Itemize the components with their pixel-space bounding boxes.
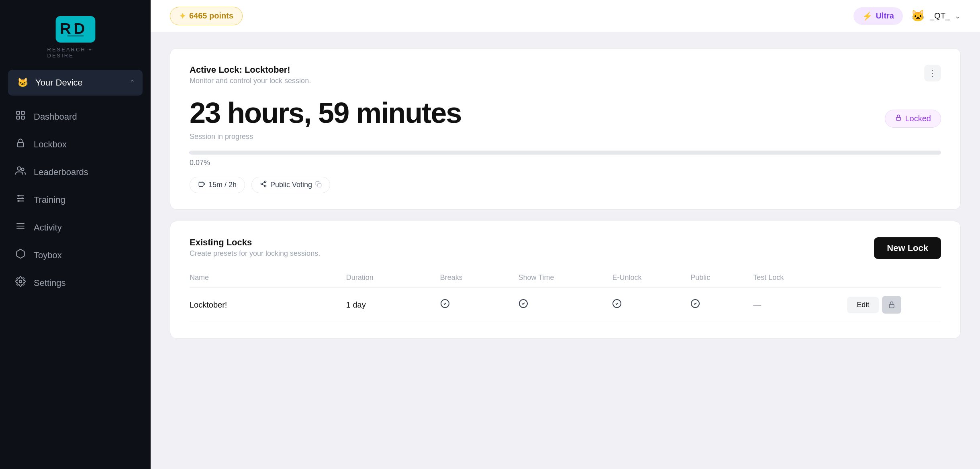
sidebar-item-toybox[interactable]: Toybox: [6, 242, 144, 268]
locked-label: Locked: [905, 114, 931, 123]
activity-icon: [14, 221, 27, 234]
existing-locks-header: Existing Locks Create presets for your l…: [190, 237, 941, 259]
active-lock-info: Active Lock: Locktober! Monitor and cont…: [190, 65, 311, 85]
hygiene-tag: 15m / 2h: [190, 177, 245, 193]
col-public: Public: [690, 273, 753, 282]
row-name: Locktober!: [190, 300, 346, 310]
progress-bar-fill: [190, 151, 190, 155]
main-content: ✦ 6465 points ⚡ Ultra 🐱 _QT_ ⌄ Active Lo…: [151, 0, 980, 469]
col-show-time: Show Time: [519, 273, 612, 282]
sidebar-logo: R D + RESEARCH + DESIRE: [0, 0, 151, 70]
svg-text:R: R: [60, 20, 71, 37]
settings-icon: [14, 276, 27, 290]
locks-table: Name Duration Breaks Show Time E-Unlock …: [190, 273, 941, 322]
existing-locks-title: Existing Locks: [190, 237, 320, 248]
points-badge: ✦ 6465 points: [170, 7, 243, 25]
sidebar-item-leaderboards[interactable]: Leaderboards: [6, 159, 144, 185]
row-e-unlock: [612, 299, 690, 311]
svg-point-16: [21, 198, 23, 199]
session-label: Session in progress: [190, 133, 461, 141]
e-unlock-check-icon: [612, 300, 622, 310]
sidebar-item-lockbox[interactable]: Lockbox: [6, 131, 144, 157]
svg-point-26: [264, 181, 266, 183]
device-avatar-icon: 🐱: [15, 75, 30, 90]
col-duration: Duration: [346, 273, 440, 282]
show-time-check-icon: [519, 300, 528, 310]
sidebar-item-dashboard[interactable]: Dashboard: [6, 104, 144, 130]
svg-rect-22: [896, 117, 900, 120]
row-test-lock: —: [753, 300, 847, 310]
row-public: [690, 299, 753, 311]
public-check-icon: [690, 300, 700, 310]
hygiene-icon: [198, 180, 205, 190]
active-lock-header: Active Lock: Locktober! Monitor and cont…: [190, 65, 941, 85]
sidebar-item-label-settings: Settings: [34, 278, 66, 288]
lock-icon: [895, 114, 902, 123]
hygiene-label: 15m / 2h: [208, 181, 237, 189]
svg-rect-6: [21, 111, 24, 114]
content-area: Active Lock: Locktober! Monitor and cont…: [151, 32, 980, 469]
svg-rect-7: [16, 116, 20, 119]
ultra-badge[interactable]: ⚡ Ultra: [853, 7, 903, 25]
svg-rect-4: [67, 35, 84, 37]
test-lock-dash: —: [753, 300, 761, 309]
sidebar-item-label-activity: Activity: [34, 222, 62, 233]
svg-point-17: [18, 200, 20, 202]
col-breaks: Breaks: [440, 273, 519, 282]
row-breaks: [440, 299, 519, 311]
ultra-label: Ultra: [876, 11, 894, 20]
voting-icon: [260, 180, 267, 190]
existing-locks-info: Existing Locks Create presets for your l…: [190, 237, 320, 258]
timer-section: 23 hours, 59 minutes Session in progress: [190, 96, 461, 141]
lockbox-icon: [14, 138, 27, 151]
row-duration: 1 day: [346, 300, 440, 310]
svg-text:+: +: [74, 22, 77, 28]
topbar-right: ⚡ Ultra 🐱 _QT_ ⌄: [853, 7, 961, 25]
progress-bar-container: [190, 151, 941, 155]
timer-row: 23 hours, 59 minutes Session in progress…: [190, 96, 941, 141]
svg-point-27: [261, 183, 263, 185]
svg-point-11: [21, 168, 24, 171]
edit-button[interactable]: Edit: [847, 297, 879, 313]
table-header: Name Duration Breaks Show Time E-Unlock …: [190, 273, 941, 288]
more-icon: ⋮: [929, 68, 937, 78]
svg-point-15: [18, 195, 20, 196]
svg-rect-36: [889, 304, 894, 308]
row-show-time: [519, 299, 612, 311]
voting-tag: Public Voting: [251, 177, 330, 193]
table-row: Locktober! 1 day: [190, 288, 941, 322]
breaks-check-icon: [440, 300, 450, 310]
sidebar-item-training[interactable]: Training: [6, 187, 144, 213]
sidebar: R D + RESEARCH + DESIRE 🐱 Your Device ⌃ …: [0, 0, 151, 469]
user-menu[interactable]: 🐱 _QT_ ⌄: [911, 9, 961, 22]
svg-line-30: [262, 182, 264, 184]
sidebar-item-label-leaderboards: Leaderboards: [34, 167, 88, 177]
sidebar-item-activity[interactable]: Activity: [6, 214, 144, 241]
existing-locks-subtitle: Create presets for your locking sessions…: [190, 249, 320, 258]
col-e-unlock: E-Unlock: [612, 273, 690, 282]
sidebar-item-settings[interactable]: Settings: [6, 270, 144, 296]
logo-text: RESEARCH + DESIRE: [47, 47, 104, 59]
dashboard-icon: [14, 110, 27, 123]
active-lock-subtitle: Monitor and control your lock session.: [190, 77, 311, 85]
more-options-button[interactable]: ⋮: [924, 65, 941, 82]
timer-display: 23 hours, 59 minutes: [190, 96, 461, 129]
svg-point-10: [17, 167, 21, 170]
progress-percent: 0.07%: [190, 159, 941, 167]
svg-point-21: [19, 280, 22, 283]
new-lock-button[interactable]: New Lock: [874, 237, 941, 259]
device-name: Your Device: [35, 77, 124, 88]
svg-rect-8: [21, 116, 24, 119]
sidebar-item-label-dashboard: Dashboard: [34, 112, 77, 122]
lock-row-button[interactable]: [882, 296, 901, 314]
topbar: ✦ 6465 points ⚡ Ultra 🐱 _QT_ ⌄: [151, 0, 980, 32]
row-actions: Edit: [847, 296, 941, 314]
device-chevron-icon: ⌃: [129, 78, 135, 87]
svg-rect-5: [16, 111, 20, 114]
toybox-icon: [14, 249, 27, 262]
existing-locks-card: Existing Locks Create presets for your l…: [170, 221, 961, 338]
device-selector[interactable]: 🐱 Your Device ⌃: [8, 70, 143, 96]
training-icon: [14, 193, 27, 206]
locked-badge: Locked: [885, 110, 941, 128]
copy-icon[interactable]: [315, 181, 322, 189]
